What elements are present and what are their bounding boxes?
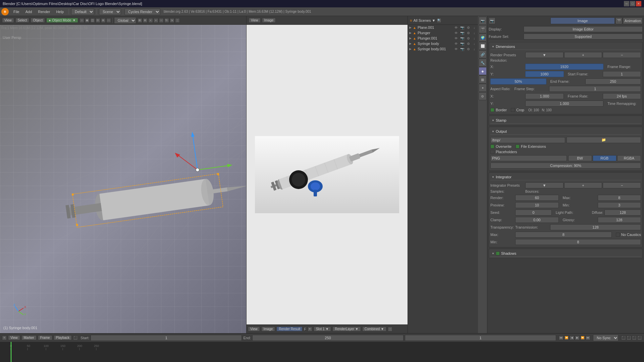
- vp-layer1[interactable]: ▪: [148, 18, 153, 23]
- bounces-max-value[interactable]: 8: [598, 195, 641, 201]
- vp-icon6[interactable]: ⋯: [106, 18, 111, 23]
- outliner-eye-4[interactable]: 👁: [454, 47, 459, 51]
- minimize-btn[interactable]: ─: [624, 1, 629, 6]
- output-path[interactable]: /tmp/: [490, 137, 565, 143]
- outliner-item-2[interactable]: ▶ ▲ Plunger.001 👁 📷 ⚙ ↓: [408, 36, 478, 41]
- res-y-value[interactable]: 1080: [525, 71, 564, 77]
- bounces-min-value[interactable]: 3: [598, 202, 641, 208]
- bw-btn[interactable]: BW: [568, 155, 592, 161]
- close-btn[interactable]: ✕: [636, 1, 641, 6]
- orientation-selector[interactable]: Global: [114, 17, 136, 24]
- stamp-header[interactable]: Stamp: [490, 117, 641, 124]
- outliner-camera2-0[interactable]: ↓: [472, 26, 477, 29]
- vp-layer2[interactable]: ▪: [154, 18, 158, 23]
- outliner-camera2-4[interactable]: ↓: [472, 47, 477, 51]
- mode-selector[interactable]: Default: [71, 8, 94, 15]
- materials-btn[interactable]: ◈: [479, 67, 487, 75]
- aspect-y-value[interactable]: 1.000: [525, 101, 603, 107]
- outliner-render-0[interactable]: 📷: [460, 26, 465, 29]
- file-ext-checkbox[interactable]: [516, 144, 520, 148]
- jump-end-btn[interactable]: ⏭: [586, 336, 590, 340]
- timeline-playback-btn[interactable]: Playback: [54, 335, 72, 340]
- seed-value[interactable]: 0: [515, 209, 552, 216]
- rb-result-btn[interactable]: Render Result: [276, 326, 303, 331]
- presets-dropdown[interactable]: ▼: [525, 52, 564, 58]
- timeline-anim-icon[interactable]: ⬛: [73, 336, 78, 340]
- feature-set-value[interactable]: Supported: [524, 34, 643, 40]
- outliner-item-0[interactable]: ▶ ▲ Plane.001 👁 📷 ⚙ ↓: [408, 25, 478, 30]
- outliner-camera2-2[interactable]: ↓: [472, 37, 477, 40]
- display-value[interactable]: Image Editor: [524, 26, 643, 32]
- next-frame-btn[interactable]: ⏩: [580, 336, 585, 340]
- add-menu[interactable]: Add: [23, 9, 35, 14]
- object-props-btn[interactable]: ⬜: [479, 42, 487, 50]
- file-menu[interactable]: File: [11, 9, 22, 14]
- vp-icon4[interactable]: ⊙: [96, 18, 100, 23]
- particles-btn[interactable]: ✦: [479, 84, 487, 92]
- tl-icon2[interactable]: ⬛: [627, 336, 631, 340]
- outliner-search-btn[interactable]: 🔍: [437, 18, 441, 23]
- int-preset-add[interactable]: +: [564, 182, 602, 188]
- render-samples-value[interactable]: 60: [515, 195, 559, 201]
- vp-icon2[interactable]: ◉: [85, 18, 90, 23]
- render-view-btn[interactable]: View: [249, 18, 261, 23]
- vp-icon1[interactable]: ○: [79, 18, 84, 23]
- sync-selector[interactable]: No Sync: [593, 335, 619, 341]
- vp-icon3[interactable]: ◫: [90, 18, 95, 23]
- outliner-camera2-1[interactable]: ↓: [472, 31, 477, 35]
- viewport-select-btn[interactable]: Select: [15, 18, 30, 23]
- presets-remove[interactable]: −: [603, 52, 641, 58]
- output-header[interactable]: Output: [490, 128, 641, 135]
- vp-scale[interactable]: ⇲: [170, 18, 174, 23]
- shadows-header[interactable]: Shadows: [490, 250, 641, 257]
- help-menu[interactable]: Help: [53, 9, 66, 14]
- outliner-render-3[interactable]: 📷: [460, 42, 465, 46]
- rb-image-btn[interactable]: Image: [261, 326, 275, 331]
- render-preview[interactable]: [247, 25, 408, 324]
- render-props-btn[interactable]: 📷: [479, 17, 487, 25]
- modifiers-btn[interactable]: 🔧: [479, 59, 487, 67]
- format-value[interactable]: PNG: [490, 155, 567, 161]
- vp-snap-icon[interactable]: ⊞: [138, 18, 142, 23]
- vp-extra[interactable]: ⋮: [175, 18, 180, 23]
- timeline-frame-btn[interactable]: Frame: [38, 335, 52, 340]
- play-btn[interactable]: ▶: [575, 336, 580, 340]
- tl-icon1[interactable]: ⬛: [621, 336, 626, 340]
- vp-move[interactable]: ↔: [159, 18, 164, 23]
- frame-rate-value[interactable]: 24 fps: [603, 93, 641, 99]
- min-trans-value[interactable]: 8: [515, 239, 641, 245]
- res-x-value[interactable]: 1920: [525, 64, 603, 70]
- integrator-header[interactable]: Integrator: [490, 174, 641, 180]
- aspect-x-value[interactable]: 1.000: [525, 93, 564, 99]
- outliner-extra-2[interactable]: ⚙: [466, 37, 471, 40]
- rb-renderlayer-btn[interactable]: RenderLayer ▼: [332, 326, 361, 331]
- prev-frame-btn[interactable]: ⏪: [564, 336, 569, 340]
- outliner-camera2-3[interactable]: ↓: [472, 42, 477, 46]
- rb-combined-btn[interactable]: Combined ▼: [362, 326, 386, 331]
- anim-icon[interactable]: 🎬: [615, 17, 622, 24]
- diffuse-value[interactable]: 128: [604, 209, 641, 216]
- max-trans-value[interactable]: 8: [515, 232, 612, 238]
- tl-icon4[interactable]: ⬛: [637, 336, 642, 340]
- vp-icon5[interactable]: ⊕: [101, 18, 106, 23]
- physics-btn[interactable]: ⚙: [479, 92, 487, 100]
- outliner-render-1[interactable]: 📷: [460, 31, 465, 35]
- int-preset-dropdown[interactable]: ▼: [525, 182, 564, 188]
- border-checkbox[interactable]: [490, 108, 494, 112]
- scene-selector[interactable]: Scene: [99, 8, 121, 15]
- crop-checkbox[interactable]: [511, 108, 515, 112]
- outliner-item-1[interactable]: ▶ ▲ Plunger 👁 📷 ⚙ ↓: [408, 30, 478, 36]
- constraints-btn[interactable]: 🔗: [479, 50, 487, 58]
- engine-selector[interactable]: Cycles Render: [124, 8, 160, 15]
- render-menu[interactable]: Render: [35, 9, 53, 14]
- no-caustics-checkbox[interactable]: [616, 233, 620, 237]
- timeline-content[interactable]: 0 50 100 150 200 250: [0, 342, 644, 362]
- rgb-btn[interactable]: RGB: [593, 155, 616, 161]
- frame-step-value[interactable]: 1: [549, 86, 641, 92]
- placeholder-checkbox[interactable]: [490, 150, 494, 154]
- vp-rotate[interactable]: ↻: [164, 18, 169, 23]
- world-props-btn[interactable]: 🌍: [479, 34, 487, 42]
- outliner-eye-0[interactable]: 👁: [454, 26, 459, 29]
- outliner-eye-2[interactable]: 👁: [454, 37, 459, 40]
- outliner-extra-0[interactable]: ⚙: [466, 26, 471, 29]
